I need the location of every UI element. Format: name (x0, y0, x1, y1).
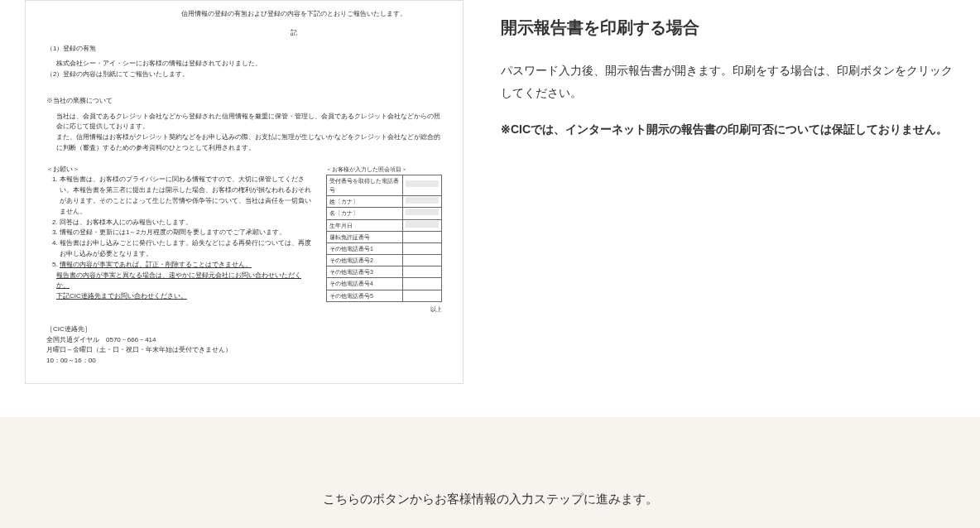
doc-ijou: 以上 (326, 305, 442, 314)
doc-note-item: 本報告書は、お客様のプライバシーに関わる情報ですので、大切に保管してください。本… (60, 175, 314, 217)
doc-note-item: 回答は、お客様本人にのみ報告いたします。 (60, 218, 314, 228)
doc-contact-hours2: 10：00～16：00 (46, 356, 442, 367)
doc-contact-phone: 全国共通ダイヤル 0570－666－414 (46, 335, 442, 346)
doc-input-table: 受付番号を取得した電話番号 姓〔カナ〕 名〔カナ〕 生年月日 運転免許証番号 そ… (326, 175, 442, 302)
cta-section: こちらのボタンからお客様情報の入力ステップに進みます。 ご利用前の最終確認へ (0, 417, 980, 528)
table-row-label: 生年月日 (327, 219, 403, 231)
table-row-label: その他電話番号1 (327, 242, 403, 254)
doc-section3-body2: また、信用情報はお客様がクレジット契約などをお申し込みの際、お支払に無理が生じな… (46, 132, 442, 154)
doc-notes-footer2: 下記CIC連絡先までお問い合わせください。 (46, 291, 314, 302)
table-row-label: 受付番号を取得した電話番号 (327, 175, 403, 195)
blurred-value (406, 197, 439, 204)
table-row-label: その他電話番号5 (327, 290, 403, 301)
doc-note-item: 情報の内容が事実であれば、訂正・削除することはできません。 (60, 260, 314, 271)
doc-section1-body: 株式会社シー・アイ・シーにお客様の情報は登録されておりました。 (46, 59, 442, 70)
doc-table-header: ＜お客様が入力した照会項目＞ (326, 165, 442, 174)
instructions-heading: 開示報告書を印刷する場合 (501, 17, 955, 39)
doc-notes-footer1: 報告書の内容が事実と異なる場合は、速やかに登録元会社にお問い合わせいただくか、 (46, 271, 314, 292)
table-row-label: その他電話番号4 (327, 278, 403, 290)
disclosure-report-preview: 信用情報の登録の有無および登録の内容を下記のとおりご報告いたします。 記 （1）… (25, 0, 464, 384)
table-row-label: その他電話番号2 (327, 255, 403, 266)
doc-section3-title: ※当社の業務について (46, 96, 442, 107)
doc-header-text: 信用情報の登録の有無および登録の内容を下記のとおりご報告いたします。 (46, 9, 442, 20)
instructions-notice: ※CICでは、インターネット開示の報告書の印刷可否については保証しておりません。 (501, 118, 955, 141)
doc-section2-title: （2）登録の内容は別紙にてご報告いたします。 (46, 70, 442, 80)
cta-lead-text: こちらのボタンからお客様情報の入力ステップに進みます。 (0, 492, 980, 507)
doc-notes-title: ＜お願い＞ (46, 165, 314, 175)
blurred-value (406, 221, 439, 228)
table-row-label: 名〔カナ〕 (327, 208, 403, 219)
doc-note-item: 情報の登録・更新には1～2カ月程度の期間を要しますのでご了承願います。 (60, 228, 314, 238)
doc-ki: 記 (46, 28, 442, 39)
instructions-panel: 開示報告書を印刷する場合 パスワード入力後、開示報告書が開きます。印刷をする場合… (501, 0, 955, 384)
doc-contact-hours1: 月曜日～金曜日（土・日・祝日・年末年始は受付できません） (46, 345, 442, 356)
doc-contact-title: ［CIC連絡先］ (46, 324, 442, 335)
blurred-value (406, 180, 439, 187)
table-row-label: 運転免許証番号 (327, 231, 403, 242)
doc-note-item: 報告書はお申し込みごとに発行いたします。紛失などによる再発行については、再度お申… (60, 238, 314, 260)
table-row-label: 姓〔カナ〕 (327, 196, 403, 208)
doc-section1-title: （1）登録の有無 (46, 44, 442, 55)
doc-section3-body1: 当社は、会員であるクレジット会社などから登録された信用情報を厳重に保管・管理し、… (46, 112, 442, 133)
instructions-body: パスワード入力後、開示報告書が開きます。印刷をする場合は、印刷ボタンをクリックし… (501, 60, 955, 103)
blurred-value (406, 209, 439, 215)
table-row-label: その他電話番号3 (327, 266, 403, 278)
